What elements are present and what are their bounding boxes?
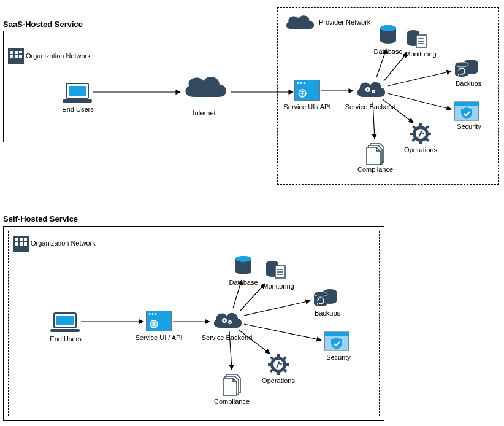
svg-line-92 — [240, 284, 265, 311]
self-arrows — [0, 0, 504, 426]
svg-line-96 — [229, 331, 232, 370]
svg-line-94 — [244, 324, 321, 340]
svg-line-95 — [239, 330, 270, 354]
svg-line-91 — [233, 280, 242, 308]
svg-line-93 — [244, 301, 310, 316]
